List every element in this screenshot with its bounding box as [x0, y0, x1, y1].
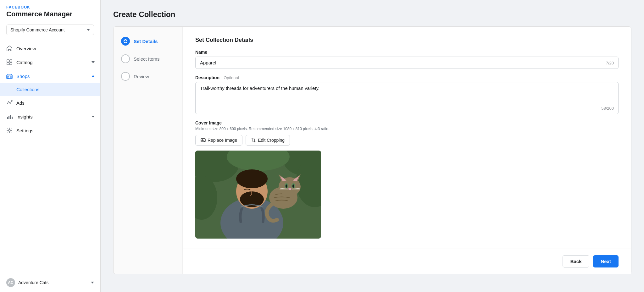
- svg-rect-8: [7, 117, 8, 119]
- sidebar-item-settings-label: Settings: [16, 128, 94, 133]
- ads-icon: [6, 100, 13, 106]
- sidebar-item-shops[interactable]: Shops: [0, 69, 100, 83]
- svg-rect-11: [12, 117, 13, 119]
- form-container: Set Collection Details Name 7/20 Descrip…: [183, 27, 631, 274]
- crop-icon: [251, 138, 256, 143]
- svg-rect-2: [7, 63, 9, 65]
- name-field-group: Name 7/20: [195, 50, 619, 69]
- step-circle-review: [121, 72, 130, 81]
- main-content: Create Collection Set Details Select Ite…: [101, 0, 644, 292]
- cover-image-hint: Minimum size 800 x 600 pixels. Recommend…: [195, 127, 619, 131]
- chevron-down-icon: [91, 282, 94, 284]
- svg-point-38: [288, 188, 291, 190]
- sidebar-item-catalog[interactable]: Catalog: [0, 55, 100, 69]
- page-title: Create Collection: [113, 10, 631, 19]
- sidebar-footer[interactable]: AC Adventure Cats: [0, 273, 100, 292]
- settings-icon: [6, 127, 13, 134]
- name-label: Name: [195, 50, 619, 55]
- form-panel: Set Collection Details Name 7/20 Descrip…: [183, 27, 631, 249]
- insights-icon: [6, 113, 13, 120]
- next-button[interactable]: Next: [593, 255, 619, 267]
- svg-rect-0: [7, 60, 9, 62]
- shops-icon: [6, 73, 13, 79]
- back-button[interactable]: Back: [563, 255, 590, 267]
- svg-point-7: [11, 100, 12, 102]
- wizard-card: Set Details Select Items Review Set Coll…: [113, 26, 631, 274]
- sidebar-item-ads[interactable]: Ads: [0, 96, 100, 110]
- svg-rect-5: [8, 76, 9, 79]
- replace-image-button[interactable]: Replace Image: [195, 135, 242, 146]
- svg-rect-3: [10, 63, 12, 65]
- avatar: AC: [6, 278, 15, 287]
- sidebar-item-shops-label: Shops: [16, 74, 88, 79]
- step-set-details-label: Set Details: [134, 39, 158, 44]
- image-actions: Replace Image Edit Cropping: [195, 135, 619, 146]
- sidebar-item-settings[interactable]: Settings: [0, 124, 100, 137]
- sidebar-item-overview[interactable]: Overview: [0, 41, 100, 55]
- cover-image-section: Cover Image Minimum size 800 x 600 pixel…: [195, 120, 619, 239]
- step-review[interactable]: Review: [121, 72, 175, 81]
- svg-point-12: [8, 129, 10, 131]
- account-selector-label: Shopify Commerce Account: [10, 27, 65, 32]
- sidebar: FACEBOOK Commerce Manager Shopify Commer…: [0, 0, 101, 292]
- step-select-items[interactable]: Select Items: [121, 54, 175, 63]
- chevron-down-icon: [87, 29, 90, 31]
- facebook-brand: FACEBOOK: [6, 5, 94, 9]
- step-set-details[interactable]: Set Details: [121, 37, 175, 46]
- description-char-count: 58/200: [601, 106, 614, 111]
- description-input[interactable]: Trail-worthy threads for adventurers of …: [200, 85, 601, 111]
- sidebar-nav: Overview Catalog: [0, 39, 100, 273]
- description-field-group: Description · Optional Trail-worthy thre…: [195, 75, 619, 114]
- sidebar-header: FACEBOOK Commerce Manager: [0, 0, 100, 21]
- cover-image-preview: [195, 151, 321, 239]
- svg-rect-1: [10, 60, 12, 62]
- home-icon: [6, 45, 13, 52]
- cover-image-title: Cover Image: [195, 120, 619, 125]
- description-label: Description · Optional: [195, 75, 619, 80]
- footer-account-label: Adventure Cats: [18, 280, 88, 285]
- name-input-wrapper[interactable]: 7/20: [195, 57, 619, 69]
- sidebar-item-insights[interactable]: Insights: [0, 110, 100, 124]
- name-char-count: 7/20: [606, 61, 614, 65]
- svg-point-14: [125, 40, 126, 42]
- edit-cropping-button[interactable]: Edit Cropping: [246, 135, 290, 146]
- chevron-up-icon: [92, 75, 95, 77]
- sidebar-item-insights-label: Insights: [16, 114, 88, 119]
- bottom-bar: Back Next: [183, 249, 631, 274]
- sidebar-item-ads-label: Ads: [16, 100, 94, 106]
- sidebar-item-overview-label: Overview: [16, 46, 94, 51]
- sidebar-item-catalog-label: Catalog: [16, 60, 88, 65]
- account-selector[interactable]: Shopify Commerce Account: [6, 25, 94, 35]
- svg-rect-9: [8, 116, 9, 119]
- chevron-down-icon: [92, 61, 95, 63]
- form-section-title: Set Collection Details: [195, 37, 619, 43]
- step-circle-select-items: [121, 54, 130, 63]
- svg-point-37: [292, 185, 294, 188]
- step-circle-set-details: [121, 37, 130, 46]
- description-optional: · Optional: [221, 75, 239, 80]
- app-title: Commerce Manager: [6, 10, 94, 18]
- description-input-wrapper[interactable]: Trail-worthy threads for adventurers of …: [195, 82, 619, 114]
- sidebar-item-collections-label: Collections: [16, 87, 94, 92]
- steps-panel: Set Details Select Items Review: [114, 27, 183, 274]
- svg-point-36: [286, 185, 287, 188]
- svg-rect-10: [10, 115, 11, 119]
- svg-point-26: [236, 169, 268, 188]
- catalog-icon: [6, 59, 13, 65]
- replace-image-icon: [201, 138, 206, 143]
- step-review-label: Review: [134, 74, 149, 79]
- chevron-down-icon: [92, 116, 95, 118]
- name-input[interactable]: [200, 60, 606, 65]
- svg-rect-6: [10, 76, 11, 78]
- step-select-items-label: Select Items: [134, 56, 160, 62]
- sidebar-item-collections[interactable]: Collections: [0, 83, 100, 96]
- svg-point-16: [202, 139, 203, 140]
